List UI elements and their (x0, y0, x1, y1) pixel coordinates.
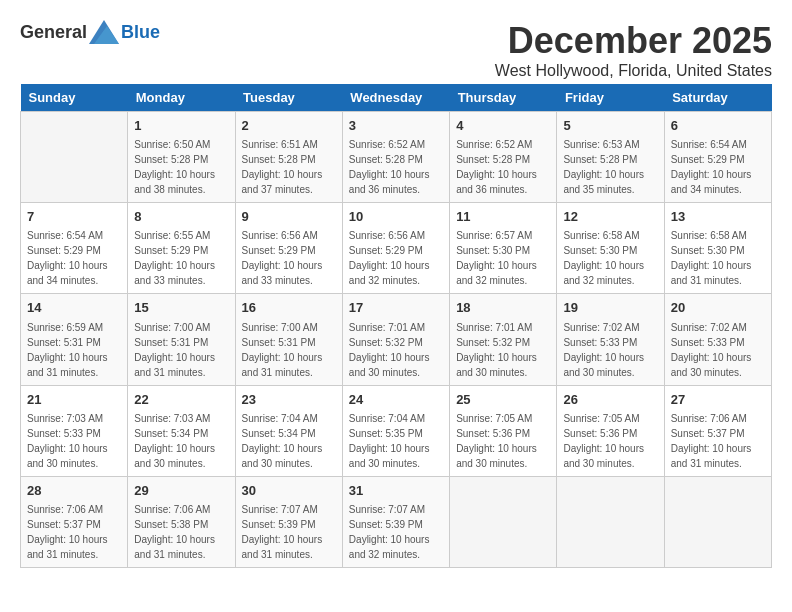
day-info: Sunrise: 6:52 AM Sunset: 5:28 PM Dayligh… (349, 137, 443, 197)
calendar-day-cell: 12Sunrise: 6:58 AM Sunset: 5:30 PM Dayli… (557, 203, 664, 294)
logo-text-blue: Blue (121, 22, 160, 43)
day-info: Sunrise: 6:53 AM Sunset: 5:28 PM Dayligh… (563, 137, 657, 197)
calendar-day-cell: 30Sunrise: 7:07 AM Sunset: 5:39 PM Dayli… (235, 476, 342, 567)
day-info: Sunrise: 7:01 AM Sunset: 5:32 PM Dayligh… (456, 320, 550, 380)
calendar-week-row: 14Sunrise: 6:59 AM Sunset: 5:31 PM Dayli… (21, 294, 772, 385)
day-info: Sunrise: 6:57 AM Sunset: 5:30 PM Dayligh… (456, 228, 550, 288)
calendar-day-cell (450, 476, 557, 567)
calendar-day-cell (21, 112, 128, 203)
calendar-day-cell: 5Sunrise: 6:53 AM Sunset: 5:28 PM Daylig… (557, 112, 664, 203)
day-number: 25 (456, 391, 550, 409)
day-info: Sunrise: 7:04 AM Sunset: 5:34 PM Dayligh… (242, 411, 336, 471)
logo: General Blue (20, 20, 160, 44)
day-number: 24 (349, 391, 443, 409)
day-number: 17 (349, 299, 443, 317)
calendar-header-cell: Thursday (450, 84, 557, 112)
day-number: 18 (456, 299, 550, 317)
day-info: Sunrise: 6:54 AM Sunset: 5:29 PM Dayligh… (27, 228, 121, 288)
day-number: 10 (349, 208, 443, 226)
calendar-table: SundayMondayTuesdayWednesdayThursdayFrid… (20, 84, 772, 568)
calendar-day-cell: 23Sunrise: 7:04 AM Sunset: 5:34 PM Dayli… (235, 385, 342, 476)
calendar-day-cell: 17Sunrise: 7:01 AM Sunset: 5:32 PM Dayli… (342, 294, 449, 385)
day-number: 20 (671, 299, 765, 317)
title-section: December 2025 West Hollywood, Florida, U… (495, 20, 772, 80)
day-number: 6 (671, 117, 765, 135)
calendar-day-cell: 29Sunrise: 7:06 AM Sunset: 5:38 PM Dayli… (128, 476, 235, 567)
day-number: 1 (134, 117, 228, 135)
day-number: 4 (456, 117, 550, 135)
day-info: Sunrise: 7:06 AM Sunset: 5:37 PM Dayligh… (27, 502, 121, 562)
day-number: 29 (134, 482, 228, 500)
day-number: 19 (563, 299, 657, 317)
day-info: Sunrise: 7:06 AM Sunset: 5:37 PM Dayligh… (671, 411, 765, 471)
logo-text-general: General (20, 22, 87, 43)
calendar-week-row: 1Sunrise: 6:50 AM Sunset: 5:28 PM Daylig… (21, 112, 772, 203)
day-info: Sunrise: 7:06 AM Sunset: 5:38 PM Dayligh… (134, 502, 228, 562)
day-info: Sunrise: 7:05 AM Sunset: 5:36 PM Dayligh… (563, 411, 657, 471)
logo-icon (89, 20, 119, 44)
day-info: Sunrise: 7:03 AM Sunset: 5:33 PM Dayligh… (27, 411, 121, 471)
calendar-day-cell: 6Sunrise: 6:54 AM Sunset: 5:29 PM Daylig… (664, 112, 771, 203)
calendar-title: December 2025 (495, 20, 772, 62)
day-number: 16 (242, 299, 336, 317)
calendar-day-cell: 27Sunrise: 7:06 AM Sunset: 5:37 PM Dayli… (664, 385, 771, 476)
calendar-day-cell: 8Sunrise: 6:55 AM Sunset: 5:29 PM Daylig… (128, 203, 235, 294)
calendar-day-cell (664, 476, 771, 567)
calendar-header-cell: Tuesday (235, 84, 342, 112)
day-number: 22 (134, 391, 228, 409)
calendar-day-cell: 11Sunrise: 6:57 AM Sunset: 5:30 PM Dayli… (450, 203, 557, 294)
calendar-header-cell: Saturday (664, 84, 771, 112)
calendar-day-cell: 26Sunrise: 7:05 AM Sunset: 5:36 PM Dayli… (557, 385, 664, 476)
day-info: Sunrise: 7:07 AM Sunset: 5:39 PM Dayligh… (242, 502, 336, 562)
day-number: 23 (242, 391, 336, 409)
calendar-day-cell: 20Sunrise: 7:02 AM Sunset: 5:33 PM Dayli… (664, 294, 771, 385)
calendar-header-cell: Sunday (21, 84, 128, 112)
calendar-day-cell: 22Sunrise: 7:03 AM Sunset: 5:34 PM Dayli… (128, 385, 235, 476)
day-info: Sunrise: 6:50 AM Sunset: 5:28 PM Dayligh… (134, 137, 228, 197)
calendar-day-cell: 14Sunrise: 6:59 AM Sunset: 5:31 PM Dayli… (21, 294, 128, 385)
calendar-day-cell: 19Sunrise: 7:02 AM Sunset: 5:33 PM Dayli… (557, 294, 664, 385)
calendar-header-cell: Wednesday (342, 84, 449, 112)
day-number: 9 (242, 208, 336, 226)
calendar-day-cell: 15Sunrise: 7:00 AM Sunset: 5:31 PM Dayli… (128, 294, 235, 385)
calendar-day-cell: 7Sunrise: 6:54 AM Sunset: 5:29 PM Daylig… (21, 203, 128, 294)
day-info: Sunrise: 6:51 AM Sunset: 5:28 PM Dayligh… (242, 137, 336, 197)
calendar-day-cell: 10Sunrise: 6:56 AM Sunset: 5:29 PM Dayli… (342, 203, 449, 294)
day-info: Sunrise: 7:07 AM Sunset: 5:39 PM Dayligh… (349, 502, 443, 562)
calendar-day-cell: 1Sunrise: 6:50 AM Sunset: 5:28 PM Daylig… (128, 112, 235, 203)
day-number: 15 (134, 299, 228, 317)
calendar-day-cell: 31Sunrise: 7:07 AM Sunset: 5:39 PM Dayli… (342, 476, 449, 567)
day-info: Sunrise: 6:52 AM Sunset: 5:28 PM Dayligh… (456, 137, 550, 197)
day-number: 11 (456, 208, 550, 226)
day-info: Sunrise: 7:04 AM Sunset: 5:35 PM Dayligh… (349, 411, 443, 471)
calendar-header-cell: Monday (128, 84, 235, 112)
calendar-header-cell: Friday (557, 84, 664, 112)
calendar-week-row: 7Sunrise: 6:54 AM Sunset: 5:29 PM Daylig… (21, 203, 772, 294)
calendar-day-cell: 9Sunrise: 6:56 AM Sunset: 5:29 PM Daylig… (235, 203, 342, 294)
day-number: 26 (563, 391, 657, 409)
page-header: General Blue December 2025 West Hollywoo… (20, 20, 772, 80)
day-number: 27 (671, 391, 765, 409)
day-number: 31 (349, 482, 443, 500)
calendar-body: 1Sunrise: 6:50 AM Sunset: 5:28 PM Daylig… (21, 112, 772, 568)
day-info: Sunrise: 7:01 AM Sunset: 5:32 PM Dayligh… (349, 320, 443, 380)
day-info: Sunrise: 6:58 AM Sunset: 5:30 PM Dayligh… (563, 228, 657, 288)
day-info: Sunrise: 6:55 AM Sunset: 5:29 PM Dayligh… (134, 228, 228, 288)
day-number: 28 (27, 482, 121, 500)
calendar-day-cell: 24Sunrise: 7:04 AM Sunset: 5:35 PM Dayli… (342, 385, 449, 476)
day-number: 30 (242, 482, 336, 500)
day-info: Sunrise: 7:00 AM Sunset: 5:31 PM Dayligh… (134, 320, 228, 380)
calendar-day-cell (557, 476, 664, 567)
day-info: Sunrise: 7:00 AM Sunset: 5:31 PM Dayligh… (242, 320, 336, 380)
day-number: 13 (671, 208, 765, 226)
day-number: 7 (27, 208, 121, 226)
day-number: 3 (349, 117, 443, 135)
calendar-subtitle: West Hollywood, Florida, United States (495, 62, 772, 80)
day-number: 8 (134, 208, 228, 226)
calendar-header-row: SundayMondayTuesdayWednesdayThursdayFrid… (21, 84, 772, 112)
day-info: Sunrise: 6:59 AM Sunset: 5:31 PM Dayligh… (27, 320, 121, 380)
day-info: Sunrise: 7:02 AM Sunset: 5:33 PM Dayligh… (671, 320, 765, 380)
calendar-day-cell: 21Sunrise: 7:03 AM Sunset: 5:33 PM Dayli… (21, 385, 128, 476)
day-number: 5 (563, 117, 657, 135)
calendar-day-cell: 25Sunrise: 7:05 AM Sunset: 5:36 PM Dayli… (450, 385, 557, 476)
